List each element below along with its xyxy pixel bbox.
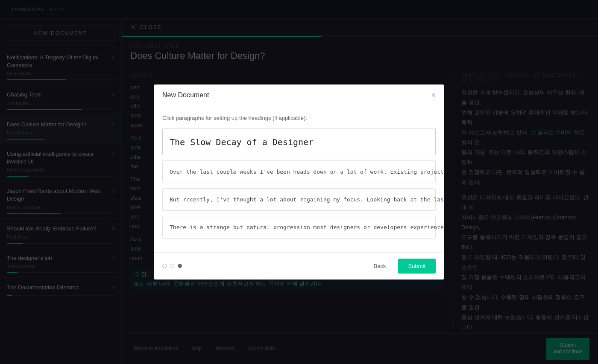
para-tag-2: But recently, I've thought a lot about r… [170, 195, 444, 204]
step-dot-1 [170, 264, 174, 268]
paragraph-item-1[interactable]: Over the last couple weeks I've been hea… [162, 160, 436, 183]
modal-header: New Document × [154, 84, 444, 106]
para-text-1: Over the last couple weeks I've been hea… [170, 169, 444, 175]
step-dot-0 [162, 264, 167, 268]
paragraph-item-0[interactable]: The Slow Decay of a Designer [162, 128, 436, 155]
para-text-3: There is a strange but natural progressi… [170, 224, 444, 230]
step-indicator [162, 264, 182, 268]
para-tag-1: Over the last couple weeks I've been hea… [170, 167, 444, 177]
modal-back-button[interactable]: Back [367, 259, 393, 273]
new-document-modal: New Document × Click paragraphs for sett… [154, 84, 444, 279]
para-text-0: The Slow Decay of a Designer [170, 137, 314, 147]
modal-close-button[interactable]: × [431, 91, 436, 99]
paragraph-item-2[interactable]: But recently, I've thought a lot about r… [162, 188, 436, 211]
modal-instruction: Click paragraphs for setting up the head… [162, 115, 436, 121]
paragraph-item-3[interactable]: There is a strange but natural progressi… [162, 216, 436, 239]
para-text-2: But recently, I've thought a lot about r… [170, 196, 444, 203]
modal-body: Click paragraphs for setting up the head… [154, 106, 444, 252]
para-tag-0: The Slow Decay of a Designer [170, 134, 314, 149]
step-dot-2 [178, 264, 182, 268]
modal-submit-button[interactable]: Submit [398, 259, 436, 274]
modal-overlay[interactable]: New Document × Click paragraphs for sett… [0, 0, 598, 364]
modal-paragraphs: The Slow Decay of a Designer Over the la… [162, 128, 436, 238]
modal-footer: Back Submit [154, 252, 444, 280]
modal-title: New Document [162, 91, 209, 99]
para-tag-3: There is a strange but natural progressi… [170, 222, 444, 232]
